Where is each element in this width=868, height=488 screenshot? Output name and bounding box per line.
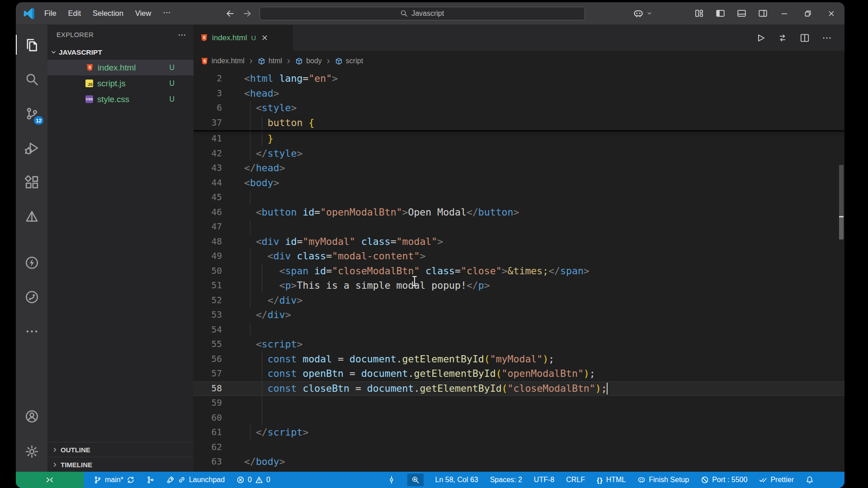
customize-layout-icon[interactable] [694,9,704,18]
code-line-49[interactable]: 49 <div class="modal-content"> [193,249,844,264]
toggle-secondary-sidebar-icon[interactable] [758,9,768,18]
code-line-37[interactable]: 37 button { [193,116,844,131]
copilot-setup[interactable]: Finish Setup [637,476,689,484]
search-icon [25,72,39,86]
html-file-icon: 5 [200,34,208,42]
toggle-primary-sidebar-icon[interactable] [716,9,725,18]
close-icon[interactable] [261,34,269,42]
tab-index-html[interactable]: 5 index.html U [193,25,293,51]
file-row-script.js[interactable]: JSscript.jsU [47,75,193,91]
activity-item-git-graph[interactable] [16,280,47,314]
code-line-54[interactable]: 54 [193,323,844,338]
activity-item-pyramid-extension[interactable] [16,199,47,234]
code-line-52[interactable]: 52 </div> [193,293,844,308]
run-icon[interactable] [755,33,765,43]
zoom-indicator[interactable] [407,474,424,486]
section-timeline[interactable]: TIMELINE [47,457,193,472]
code-line-60[interactable]: 60 [193,411,844,426]
launchpad-button[interactable]: Launchpad [166,476,225,484]
code-line-55[interactable]: 55 <script> [193,337,844,352]
code-line-2[interactable]: 2<html lang="en"> [193,71,844,86]
problems-indicator[interactable]: 00 [236,476,270,484]
more-actions-icon[interactable] [822,33,832,43]
activity-item-source-control[interactable]: 12 [16,96,47,131]
menu-file[interactable]: File [38,7,62,20]
split-editor-icon[interactable] [800,33,810,43]
code-text: const closeBtn = document.getElementById… [244,381,607,396]
git-branch-status[interactable]: main* [94,476,135,484]
code-line-42[interactable]: 42 </style> [193,146,844,161]
activity-item-search[interactable] [16,62,47,96]
code-line-56[interactable]: 56 const modal = document.getElementById… [193,352,844,367]
activity-item-extensions[interactable] [16,165,47,199]
breadcrumb-item[interactable]: html [269,57,282,65]
section-outline[interactable]: OUTLINE [47,442,193,457]
indentation[interactable]: Spaces: 2 [490,476,522,484]
code-line-62[interactable]: 62 [193,440,844,455]
code-line-45[interactable]: 45 [193,190,844,205]
encoding[interactable]: UTF-8 [534,476,554,484]
minimize-icon[interactable] [780,9,788,18]
code-line-43[interactable]: 43</head> [193,161,844,176]
activity-item-settings[interactable] [16,434,47,469]
live-server-port[interactable]: Port : 5500 [701,476,747,484]
code-line-48[interactable]: 48 <div id="myModal" class="modal"> [193,235,844,249]
code-line-3[interactable]: 3<head> [193,86,844,101]
file-row-index.html[interactable]: 5index.htmlU [47,60,193,75]
prettier[interactable]: Prettier [759,476,794,484]
code-line-61[interactable]: 61 </script> [193,425,844,440]
menu-selection[interactable]: Selection [87,7,129,20]
pyramid-icon [25,210,39,224]
code-line-46[interactable]: 46 <button id="openModalBtn">Open Modal<… [193,205,844,220]
pin-indicator[interactable] [387,476,396,484]
git-graph-button[interactable] [146,476,155,484]
code-line-64[interactable]: 64</html> [193,469,844,472]
menu-more[interactable] [157,6,177,21]
maximize-restore-icon[interactable] [804,9,812,18]
menu-view[interactable]: View [129,7,157,20]
scrollbar-thumb-lower[interactable] [839,217,844,239]
code-line-53[interactable]: 53 </div> [193,308,844,323]
notifications[interactable] [806,476,814,484]
code-line-58[interactable]: 58 const closeBtn = document.getElementB… [193,381,844,396]
close-icon[interactable] [827,9,835,18]
workspace-section-header[interactable]: JAVASCRIPT [47,45,193,60]
remote-indicator[interactable] [16,472,84,488]
breadcrumb-item[interactable]: script [346,57,363,65]
breadcrumb-item[interactable]: body [306,57,322,65]
command-center-search[interactable]: Javascript [259,7,585,20]
back-arrow-icon[interactable] [225,9,235,19]
code-line-51[interactable]: 51 <p>This is a simple modal popup!</p> [193,278,844,293]
eol-sequence[interactable]: CRLF [566,476,585,484]
code-line-44[interactable]: 44<body> [193,176,844,191]
activity-item-run-and-debug[interactable] [16,131,47,165]
explorer-more-actions-icon[interactable] [178,31,186,39]
code-editor[interactable]: 2<html lang="en">3<head>6 <style>37 butt… [193,71,844,472]
menu-edit[interactable]: Edit [62,7,87,20]
code-line-41[interactable]: 41 } [193,131,844,146]
code-line-50[interactable]: 50 <span id="closeModalBtn" class="close… [193,264,844,279]
code-line-59[interactable]: 59 [193,396,844,411]
scrollbar-thumb[interactable] [839,165,844,217]
copilot-button[interactable] [633,8,653,19]
breadcrumb-item[interactable]: index.html [212,57,245,65]
editor-scrollbar[interactable] [838,71,844,472]
code-line-6[interactable]: 6 <style> [193,101,844,116]
toggle-panel-icon[interactable] [737,9,746,18]
file-row-style.css[interactable]: CSSstyle.cssU [47,91,193,107]
forward-arrow-icon[interactable] [242,9,252,19]
extensions-icon [25,175,39,189]
cursor-position[interactable]: Ln 58, Col 63 [435,476,478,484]
chevron-right-icon [52,446,58,453]
activity-item-more-views[interactable] [16,314,47,348]
open-changes-icon[interactable] [778,33,788,43]
code-line-63[interactable]: 63</body> [193,455,844,469]
activity-item-explorer[interactable] [16,28,47,62]
activity-item-account[interactable] [16,399,47,434]
more-icon [163,9,171,17]
code-line-47[interactable]: 47 [193,220,844,235]
svg-text:5: 5 [88,65,90,70]
activity-item-thunder-client[interactable] [16,245,47,280]
language-mode[interactable]: {}HTML [597,476,626,484]
code-line-57[interactable]: 57 const openBtn = document.getElementBy… [193,366,844,381]
